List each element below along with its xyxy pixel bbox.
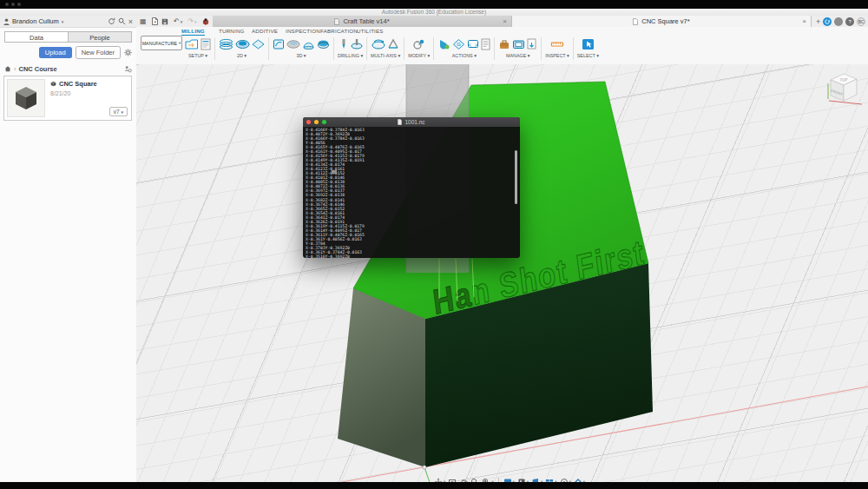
group-label-select[interactable]: SELECT ▾ [577,53,599,58]
setup-sheet-icon[interactable] [201,38,211,50]
tab-inspection[interactable]: INSPECTION [286,28,320,34]
nc-program-icon[interactable] [481,38,490,50]
measure-icon[interactable] [550,38,564,50]
save-icon[interactable] [161,18,168,25]
machine-library-icon[interactable] [512,38,525,50]
project-item-card[interactable]: CNC Square 8/21/20 v7 ▾ [3,76,132,121]
user-icon [3,18,10,25]
quick-access-toolbar: ▦ ▾ ↶▾ ↷▾ ▾ [138,16,207,27]
tab-utilities[interactable]: UTILITIES [357,28,384,34]
terminal-window[interactable]: 1001.nc X-0.4166Y-0.3784Z-0.0163X-0.4072… [303,117,520,258]
close-panel-icon[interactable]: × [128,17,133,26]
group-label-3d[interactable]: 3D ▾ [296,53,306,58]
ribbon-groups: SETUP ▾ 2D ▾ [181,36,602,60]
workspace-switcher[interactable]: MANUFACTURE▾ [141,36,182,50]
group-label-multi-axis[interactable]: MULTI-AXIS ▾ [371,53,400,58]
tab-people[interactable]: People [69,31,132,43]
user-menu-caret-icon[interactable]: ▾ [62,19,64,24]
bug-report-menu[interactable]: ▾ [202,18,208,25]
simulate-icon[interactable] [437,38,450,50]
terminal-title: 1001.nc [303,119,520,125]
gcode-output: X-0.4166Y-0.3784Z-0.0163X-0.4072Y-0.3692… [306,128,514,256]
modify-toolpath-icon[interactable] [412,38,425,50]
group-actions: G ACTIONS ▾ [434,36,494,58]
upload-button[interactable]: Upload [39,47,72,58]
2d-contour-icon[interactable] [252,38,265,50]
item-thumbnail [7,79,45,117]
avatar[interactable]: BC [857,17,865,26]
group-drilling: DRILLING ▾ [334,36,366,58]
window-controls[interactable] [5,3,21,6]
close-tab-icon[interactable]: × [503,17,507,25]
machine-simulation-icon[interactable] [467,38,479,50]
new-folder-button[interactable]: New Folder [76,46,121,59]
close-window-icon[interactable] [5,3,9,6]
item-version-dropdown[interactable]: v7 ▾ [109,107,128,116]
2d-pocket-icon[interactable] [235,38,250,50]
fusion-window: Autodesk Fusion 360 (Education License) … [0,9,868,482]
group-label-inspect[interactable]: INSPECT ▾ [545,53,569,58]
breadcrumb-project[interactable]: CNC Course [19,65,57,73]
item-name[interactable]: CNC Square [59,80,97,88]
group-label-modify[interactable]: MODIFY ▾ [408,53,430,58]
tab-turning[interactable]: TURNING [219,28,245,34]
multi-axis-contour-icon[interactable] [372,38,385,50]
user-name[interactable]: Brandon Cullum [12,17,59,25]
data-panel-tabs: Data People [4,31,132,43]
3d-spiral-icon[interactable] [317,38,330,50]
gear-icon[interactable] [124,49,132,56]
group-3d: 3D ▾ [269,36,333,58]
cam-document-icon [50,81,56,87]
viewport-canvas[interactable]: Han Shot First [136,64,868,489]
post-library-icon[interactable] [527,38,537,50]
letterbox-bottom [0,482,868,489]
tab-additive[interactable]: ADDITIVE [252,28,278,34]
tool-library-icon[interactable] [498,38,510,50]
notifications-icon[interactable] [834,17,843,26]
new-setup-icon[interactable] [185,38,199,50]
post-process-icon[interactable]: G [452,38,465,50]
undo-button[interactable]: ↶▾ [174,18,182,25]
3d-adaptive-icon[interactable] [273,38,285,50]
new-tab-button[interactable]: + [816,17,820,26]
file-menu[interactable]: ▾ [152,17,157,25]
document-tab-bar: ▦ ▾ ↶▾ ↷▾ ▾ Craft Table v14* × [136,16,868,28]
tab-fabrication[interactable]: FABRICATION [320,28,358,34]
terminal-titlebar[interactable]: 1001.nc [303,117,520,127]
terminal-scrollbar[interactable] [515,150,517,204]
data-panel-toggle-icon[interactable]: ▦ [140,18,147,25]
group-label-actions[interactable]: ACTIONS ▾ [452,53,477,58]
group-label-manage[interactable]: MANAGE ▾ [506,53,530,58]
group-label-2d[interactable]: 2D ▾ [237,53,247,58]
group-label-drilling[interactable]: DRILLING ▾ [338,53,363,58]
redo-icon: ↷ [187,18,194,25]
view-cube[interactable]: TOP FRONT [820,64,865,113]
group-multi-axis: MULTI-AXIS ▾ [367,36,404,58]
tab-data[interactable]: Data [4,31,69,43]
bore-icon[interactable] [351,38,363,50]
3d-contour-icon[interactable] [302,38,315,50]
document-tab-cnc-square[interactable]: CNC Square v7* × [512,16,812,27]
2d-adaptive-icon[interactable] [219,38,233,50]
3d-pocket-icon[interactable] [286,38,300,50]
breadcrumb: › CNC Course [4,63,132,74]
help-icon[interactable]: ? [845,17,854,26]
home-icon[interactable] [4,65,11,72]
redo-button[interactable]: ↷▾ [187,18,196,25]
document-icon [334,18,339,25]
tab-milling[interactable]: MILLING [181,28,205,36]
document-tab-craft-table[interactable]: Craft Table v14* × [213,16,512,27]
model-left-face[interactable] [338,288,425,467]
group-select: SELECT ▾ [574,36,602,58]
minimize-window-icon[interactable] [11,3,15,6]
group-label-setup[interactable]: SETUP ▾ [188,53,207,58]
select-icon[interactable] [582,38,595,50]
refresh-icon[interactable] [108,17,115,25]
close-tab-icon[interactable]: × [802,17,806,25]
drill-icon[interactable] [339,38,349,50]
swarf-icon[interactable] [387,38,399,50]
project-settings-icon[interactable] [124,65,132,73]
job-status-icon[interactable] [823,17,832,26]
search-icon[interactable] [118,17,126,25]
zoom-window-icon[interactable] [17,3,21,6]
